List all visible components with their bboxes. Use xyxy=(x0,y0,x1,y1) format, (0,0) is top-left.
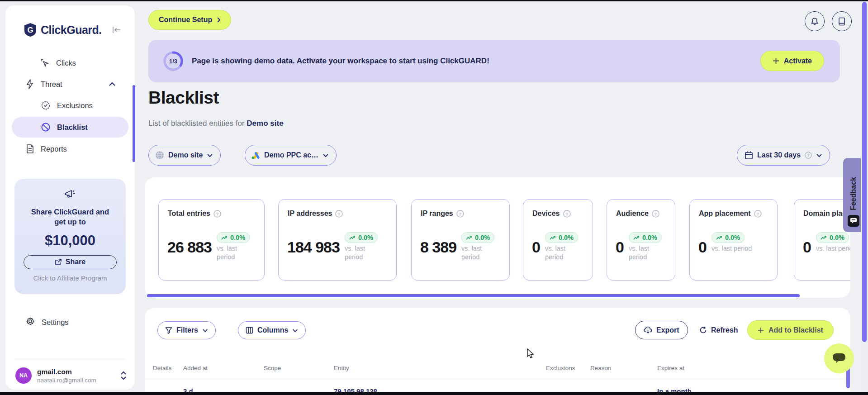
page-subtitle: List of blacklisted entities for Demo si… xyxy=(148,119,284,128)
sidebar-item-reports[interactable]: Reports xyxy=(12,139,128,159)
trend-up-icon xyxy=(821,235,827,240)
chevron-right-icon xyxy=(217,17,221,23)
help-circle-icon[interactable]: ? xyxy=(213,210,221,218)
trend-up-icon xyxy=(716,235,722,240)
continue-setup-label: Continue Setup xyxy=(159,16,212,24)
svg-text:?: ? xyxy=(655,211,657,216)
chat-widget-button[interactable] xyxy=(824,343,854,373)
help-circle-icon[interactable]: ? xyxy=(652,210,659,218)
feedback-label: Feedback xyxy=(849,177,858,210)
funnel-icon xyxy=(165,327,172,334)
stat-label: Devices xyxy=(532,209,560,218)
sidebar: G ClickGuard. Clicks Threat xyxy=(5,5,135,390)
page-scrollbar-thumb[interactable] xyxy=(862,2,867,342)
brand-logo: G ClickGuard. xyxy=(24,22,128,38)
notifications-button[interactable] xyxy=(805,11,825,31)
affiliate-promo-card[interactable]: Share ClickGuard and get up to $10,000 S… xyxy=(14,179,126,294)
stats-horizontal-scrollbar[interactable] xyxy=(147,294,800,297)
avatar: NA xyxy=(15,367,32,384)
help-circle-icon[interactable]: ? xyxy=(754,210,762,218)
sidebar-item-clicks[interactable]: Clicks xyxy=(12,53,128,73)
help-circle-icon: ? xyxy=(805,152,812,159)
setup-progress-ring: 1/3 xyxy=(163,51,184,71)
stats-panel: Total entries ? 26 883 0.0% vs. last per… xyxy=(145,177,850,298)
stat-caption: vs. last period xyxy=(345,244,371,262)
document-icon xyxy=(25,144,34,154)
cloud-download-icon xyxy=(644,326,652,334)
stat-value: 0 xyxy=(616,239,624,262)
svg-text:?: ? xyxy=(216,211,219,216)
share-button[interactable]: Share xyxy=(24,255,117,269)
column-header-reason[interactable]: Reason xyxy=(590,365,612,371)
brand-wordmark: ClickGuard. xyxy=(41,24,102,37)
window-bottom-edge xyxy=(0,392,868,395)
window-top-edge xyxy=(0,0,868,1)
chevron-down-icon xyxy=(323,153,329,157)
chevron-up-icon[interactable] xyxy=(109,82,116,86)
table-filters-button[interactable]: Filters xyxy=(157,321,216,339)
stat-change-badge: 0.0% xyxy=(217,232,250,243)
ppc-account-selector[interactable]: Demo PPC ac… xyxy=(245,145,337,166)
columns-label: Columns xyxy=(257,326,288,334)
promo-text: Share ClickGuard and get up to xyxy=(25,207,115,227)
calendar-icon xyxy=(745,151,753,160)
stat-card-ip-ranges: IP ranges ? 8 389 0.0% vs. last period xyxy=(411,199,510,281)
subtitle-site-name: Demo site xyxy=(247,119,283,128)
lightning-icon xyxy=(25,79,34,89)
stat-label: IP addresses xyxy=(288,209,332,218)
stat-card-devices: Devices ? 0 0.0% vs. last period xyxy=(523,199,593,281)
date-range-value: Last 30 days xyxy=(757,151,801,159)
export-button[interactable]: Export xyxy=(635,321,688,339)
stat-label: App placement xyxy=(699,209,751,218)
refresh-button[interactable]: Refresh xyxy=(699,321,738,339)
chevron-up-down-icon xyxy=(120,371,127,380)
stat-card-domain-placement: Domain placement ? 0 0.0% vs. last perio… xyxy=(794,199,850,281)
column-header-added-at[interactable]: Added at xyxy=(183,365,208,371)
continue-setup-button[interactable]: Continue Setup xyxy=(148,10,231,30)
book-icon xyxy=(838,17,846,26)
chevron-down-icon xyxy=(207,153,213,157)
help-circle-icon[interactable]: ? xyxy=(456,210,464,218)
sidebar-scrollbar[interactable] xyxy=(133,85,135,162)
help-circle-icon[interactable]: ? xyxy=(563,210,571,218)
sidebar-collapse-icon[interactable] xyxy=(112,26,122,34)
account-switcher[interactable]: NA gmail.com naatali.ro@gmail.com xyxy=(15,364,127,387)
column-header-entity[interactable]: Entity xyxy=(334,365,349,371)
column-header-details[interactable]: Details xyxy=(153,365,171,371)
stat-card-app-placement: App placement ? 0 0.0% vs. last period xyxy=(689,199,778,281)
sidebar-item-exclusions[interactable]: Exclusions xyxy=(12,95,128,115)
account-name: gmail.com xyxy=(37,368,96,376)
stat-value: 184 983 xyxy=(287,239,340,262)
help-circle-icon[interactable]: ? xyxy=(335,210,343,218)
trend-up-icon xyxy=(550,235,556,240)
feedback-logo-icon xyxy=(848,215,859,227)
megaphone-icon xyxy=(64,189,76,200)
stat-value: 26 883 xyxy=(167,239,212,262)
clickguard-shield-icon: G xyxy=(24,23,37,37)
account-email: naatali.ro@gmail.com xyxy=(37,377,96,384)
sidebar-item-threat[interactable]: Threat xyxy=(12,74,128,94)
column-header-expires-at[interactable]: Expires at xyxy=(657,365,684,371)
sidebar-item-blacklist[interactable]: Blacklist xyxy=(12,117,128,138)
sidebar-item-settings[interactable]: Settings xyxy=(25,312,69,332)
bell-icon xyxy=(810,17,819,26)
stat-value: 8 389 xyxy=(420,239,456,262)
table-header-row: Details Added at Scope Entity Exclusions… xyxy=(145,361,850,379)
svg-text:?: ? xyxy=(756,211,759,216)
refresh-label: Refresh xyxy=(711,326,738,334)
site-selector[interactable]: Demo site xyxy=(148,145,221,166)
sidebar-item-label: Threat xyxy=(41,80,62,89)
column-header-scope[interactable]: Scope xyxy=(264,365,281,371)
table-columns-button[interactable]: Columns xyxy=(238,321,306,339)
stat-value: 0 xyxy=(803,239,811,255)
add-to-blacklist-button[interactable]: Add to Blacklist xyxy=(747,320,834,340)
column-header-exclusions[interactable]: Exclusions xyxy=(546,365,575,371)
plus-icon xyxy=(773,57,779,64)
svg-text:?: ? xyxy=(338,211,341,216)
docs-button[interactable] xyxy=(832,11,852,31)
activate-button[interactable]: Activate xyxy=(760,51,824,71)
sidebar-item-label: Clicks xyxy=(56,59,76,67)
filters-label: Filters xyxy=(176,326,198,334)
date-range-selector[interactable]: Last 30 days ? xyxy=(737,145,830,166)
stat-label: Total entries xyxy=(168,209,210,218)
